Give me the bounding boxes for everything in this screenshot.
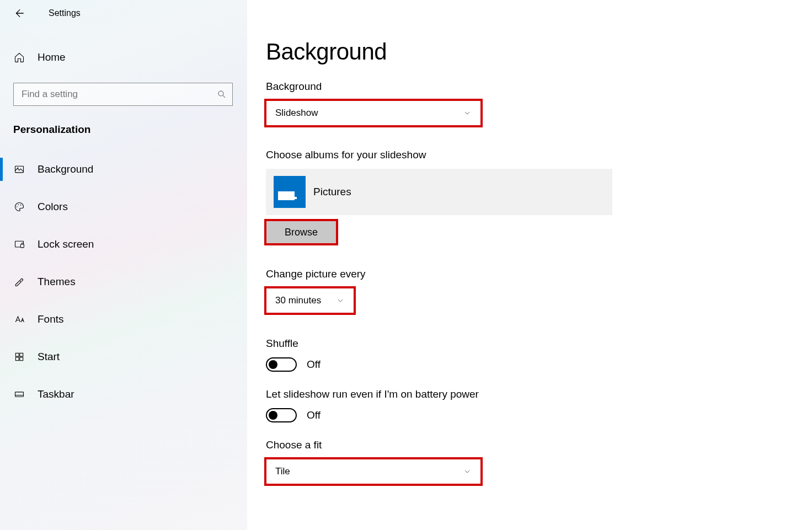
shuffle-toggle[interactable] bbox=[266, 357, 297, 372]
chevron-down-icon bbox=[336, 296, 345, 305]
svg-rect-11 bbox=[20, 357, 23, 361]
svg-rect-9 bbox=[20, 353, 23, 356]
fit-label: Choose a fit bbox=[266, 439, 812, 451]
start-icon bbox=[13, 351, 25, 363]
sidebar: Settings Home Personalization Background… bbox=[0, 0, 247, 530]
taskbar-icon bbox=[13, 388, 25, 400]
themes-icon bbox=[13, 276, 25, 288]
background-label: Background bbox=[266, 81, 812, 93]
sidebar-item-label: Themes bbox=[38, 276, 76, 288]
picture-icon bbox=[13, 163, 25, 175]
sidebar-item-colors[interactable]: Colors bbox=[0, 192, 247, 222]
battery-label: Let slideshow run even if I'm on battery… bbox=[266, 388, 812, 400]
svg-rect-10 bbox=[15, 357, 19, 361]
sidebar-item-label: Start bbox=[38, 351, 60, 363]
search-wrap bbox=[13, 83, 234, 106]
home-label: Home bbox=[38, 51, 66, 63]
search-icon bbox=[217, 89, 227, 99]
album-name: Pictures bbox=[313, 186, 351, 198]
sidebar-item-themes[interactable]: Themes bbox=[0, 267, 247, 297]
svg-rect-8 bbox=[15, 353, 19, 356]
fonts-icon bbox=[13, 313, 25, 325]
sidebar-item-label: Colors bbox=[38, 201, 68, 213]
back-button[interactable] bbox=[11, 6, 26, 21]
shuffle-state: Off bbox=[307, 358, 320, 371]
sidebar-item-label: Taskbar bbox=[38, 388, 74, 400]
browse-button[interactable]: Browse bbox=[266, 221, 336, 244]
sidebar-item-fonts[interactable]: Fonts bbox=[0, 304, 247, 334]
shuffle-group: Shuffle Off bbox=[266, 338, 812, 372]
category-title: Personalization bbox=[13, 124, 247, 136]
svg-point-4 bbox=[18, 204, 19, 205]
svg-point-2 bbox=[18, 168, 19, 169]
background-group: Background Slideshow bbox=[266, 81, 812, 126]
search-input[interactable] bbox=[22, 89, 217, 100]
interval-group: Change picture every 30 minutes bbox=[266, 268, 812, 313]
battery-state: Off bbox=[307, 409, 320, 421]
interval-dropdown[interactable]: 30 minutes bbox=[266, 288, 354, 313]
shuffle-label: Shuffle bbox=[266, 338, 812, 350]
fit-dropdown[interactable]: Tile bbox=[266, 459, 481, 484]
albums-label: Choose albums for your slideshow bbox=[266, 149, 812, 161]
albums-section: Choose albums for your slideshow Picture… bbox=[266, 149, 812, 268]
battery-group: Let slideshow run even if I'm on battery… bbox=[266, 388, 812, 422]
svg-point-0 bbox=[218, 91, 223, 96]
sidebar-header: Settings bbox=[0, 0, 247, 26]
svg-rect-7 bbox=[21, 244, 24, 248]
sidebar-home[interactable]: Home bbox=[0, 42, 247, 73]
sidebar-item-label: Lock screen bbox=[38, 238, 94, 250]
album-thumb bbox=[274, 176, 306, 208]
svg-rect-12 bbox=[15, 392, 24, 397]
interval-label: Change picture every bbox=[266, 268, 812, 280]
sidebar-item-start[interactable]: Start bbox=[0, 342, 247, 372]
sidebar-item-taskbar[interactable]: Taskbar bbox=[0, 379, 247, 409]
page-title: Background bbox=[266, 39, 812, 65]
svg-point-5 bbox=[20, 205, 22, 206]
svg-point-3 bbox=[17, 206, 18, 207]
chevron-down-icon bbox=[463, 467, 472, 476]
sidebar-item-lock-screen[interactable]: Lock screen bbox=[0, 229, 247, 259]
background-dropdown[interactable]: Slideshow bbox=[266, 100, 481, 126]
album-card[interactable]: Pictures bbox=[266, 169, 612, 215]
background-value: Slideshow bbox=[275, 108, 318, 119]
arrow-left-icon bbox=[13, 7, 25, 19]
sidebar-item-label: Background bbox=[38, 163, 93, 175]
fit-group: Choose a fit Tile bbox=[266, 439, 812, 484]
lock-screen-icon bbox=[13, 238, 25, 250]
sidebar-item-label: Fonts bbox=[38, 313, 64, 325]
chevron-down-icon bbox=[463, 109, 472, 117]
nav-list: Background Colors Lock screen Themes Fon… bbox=[0, 154, 247, 409]
home-icon bbox=[13, 51, 25, 63]
battery-toggle[interactable] bbox=[266, 408, 297, 422]
search-box[interactable] bbox=[13, 83, 233, 106]
palette-icon bbox=[13, 201, 25, 213]
fit-value: Tile bbox=[275, 466, 290, 477]
interval-value: 30 minutes bbox=[275, 295, 321, 306]
sidebar-item-background[interactable]: Background bbox=[0, 154, 247, 184]
main-content: Background Background Slideshow Choose a… bbox=[247, 0, 812, 530]
app-title: Settings bbox=[49, 8, 81, 18]
